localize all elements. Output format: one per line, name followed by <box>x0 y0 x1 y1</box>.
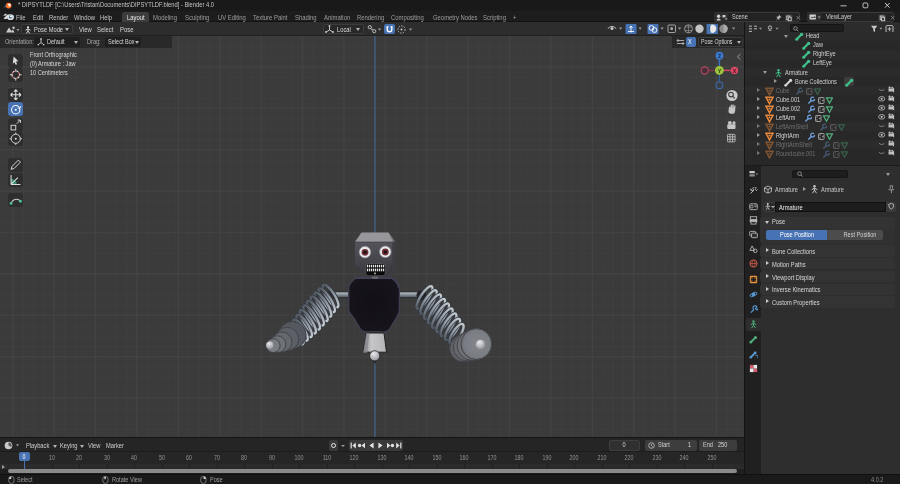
svg-text:X: X <box>733 68 737 74</box>
svg-text:Y: Y <box>718 68 722 74</box>
